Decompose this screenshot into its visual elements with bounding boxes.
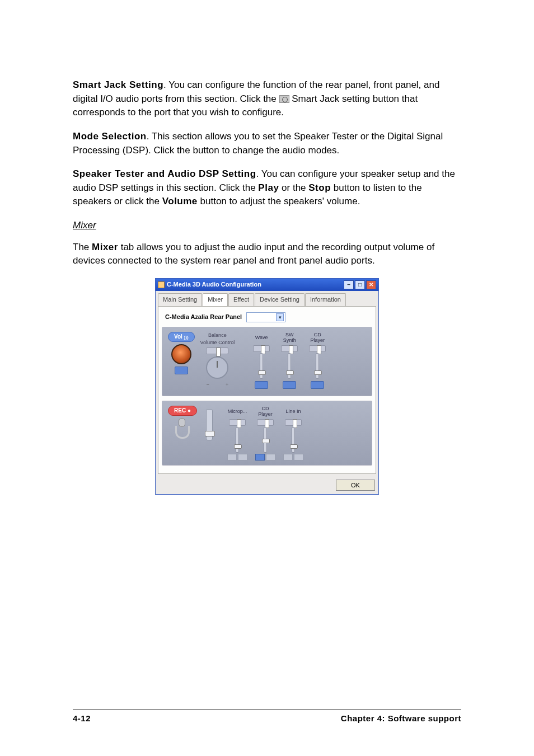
microphone-icon xyxy=(175,418,190,438)
text: tab allows you to adjust the audio input… xyxy=(73,242,434,266)
synth-slider[interactable] xyxy=(288,353,291,379)
micro-mute[interactable] xyxy=(227,454,237,461)
synth-balance[interactable] xyxy=(281,345,298,352)
recording-panel: REC ● Microp... xyxy=(162,401,372,466)
tab-device-setting[interactable]: Device Setting xyxy=(255,293,305,306)
rec-master-slider[interactable] xyxy=(206,409,213,440)
rec-cd-balance[interactable] xyxy=(257,419,274,426)
micro-opt[interactable] xyxy=(238,454,247,461)
balance-slider[interactable] xyxy=(206,348,228,354)
volume-control-col: Balance Volume Control −+ xyxy=(200,332,235,388)
paragraph-speaker-tester: Speaker Tester and Audio DSP Setting. Yo… xyxy=(73,167,461,209)
text: button to adjust the speakers' volume. xyxy=(198,196,360,206)
stop-label: Stop xyxy=(308,182,331,193)
linein-slider[interactable] xyxy=(292,427,295,453)
paragraph-mode-selection: Mode Selection. This section allows you … xyxy=(73,130,461,157)
micro-slider[interactable] xyxy=(236,427,239,453)
smart-jack-icon xyxy=(279,95,289,103)
master-volume-knob[interactable] xyxy=(171,344,191,364)
tab-mixer[interactable]: Mixer xyxy=(203,293,228,306)
chevron-down-icon[interactable]: ▾ xyxy=(276,313,284,321)
volume-control-label: Volume Control xyxy=(200,339,235,346)
tab-effect[interactable]: Effect xyxy=(228,293,254,306)
device-select-label: C-Media Azalia Rear Panel xyxy=(165,313,242,322)
slider-line-in: Line In xyxy=(283,406,303,461)
device-select[interactable]: ▾ xyxy=(246,312,285,322)
text: The xyxy=(73,242,92,252)
play-label: Play xyxy=(258,182,279,193)
mixer-label: Mixer xyxy=(92,242,118,252)
master-mute-button[interactable] xyxy=(175,367,188,374)
ok-button[interactable]: OK xyxy=(336,480,375,491)
wave-balance[interactable] xyxy=(253,345,270,352)
cd-mute[interactable] xyxy=(311,381,324,389)
app-icon xyxy=(158,281,165,288)
recording-sliders: Microp... CD Player xyxy=(227,406,303,461)
synth-mute[interactable] xyxy=(283,381,296,389)
linein-opt[interactable] xyxy=(294,454,303,461)
slider-rec-cd: CD Player xyxy=(255,406,275,461)
text: or the xyxy=(279,182,308,193)
paragraph-mixer-intro: The Mixer tab allows you to adjust the a… xyxy=(73,241,461,268)
rec-cd-opt[interactable] xyxy=(266,454,275,461)
maximize-button[interactable]: □ xyxy=(355,280,365,289)
cd-slider[interactable] xyxy=(316,353,319,379)
slider-wave: Wave xyxy=(251,332,271,391)
app-window: C-Media 3D Audio Configuration – □ ✕ Mai… xyxy=(155,278,379,495)
heading-smart-jack: Smart Jack Setting xyxy=(73,79,163,90)
wave-mute[interactable] xyxy=(255,381,268,389)
linein-balance[interactable] xyxy=(285,419,302,426)
page-number: 4-12 xyxy=(73,712,91,725)
wave-slider[interactable] xyxy=(260,353,263,379)
tab-strip: Main Setting Mixer Effect Device Setting… xyxy=(156,291,378,306)
volume-label: Volume xyxy=(162,196,198,206)
window-title: C-Media 3D Audio Configuration xyxy=(167,280,261,289)
volume-panel: Vol ))) Balance Volume Control −+ Wave xyxy=(162,327,372,396)
slider-sw-synth: SW Synth xyxy=(279,332,299,391)
dialog-footer: OK xyxy=(156,476,378,494)
tab-main-setting[interactable]: Main Setting xyxy=(158,293,202,306)
close-button[interactable]: ✕ xyxy=(366,280,376,289)
micro-balance[interactable] xyxy=(229,419,246,426)
rec-cd-mute[interactable] xyxy=(255,454,265,461)
rec-badge: REC ● xyxy=(168,406,197,416)
titlebar[interactable]: C-Media 3D Audio Configuration – □ ✕ xyxy=(156,279,378,291)
tab-body: C-Media Azalia Rear Panel ▾ Vol ))) Bala… xyxy=(158,306,376,474)
rec-master-col xyxy=(203,406,216,442)
mixer-subheading: Mixer xyxy=(73,219,461,233)
page-footer: 4-12 Chapter 4: Software support xyxy=(73,710,461,725)
volume-dial[interactable] xyxy=(206,356,228,379)
heading-speaker-tester: Speaker Tester and Audio DSP Setting xyxy=(73,168,256,179)
device-select-row: C-Media Azalia Rear Panel ▾ xyxy=(162,310,372,327)
slider-cd-player: CD Player xyxy=(307,332,327,391)
rec-cd-slider[interactable] xyxy=(264,427,267,453)
slider-micro: Microp... xyxy=(227,406,247,461)
minimize-button[interactable]: – xyxy=(344,280,354,289)
vol-badge: Vol ))) xyxy=(168,332,195,342)
paragraph-smart-jack: Smart Jack Setting. You can configure th… xyxy=(73,78,461,120)
linein-mute[interactable] xyxy=(283,454,293,461)
tab-information[interactable]: Information xyxy=(305,293,346,306)
heading-mode-selection: Mode Selection xyxy=(73,131,147,142)
balance-label: Balance xyxy=(200,332,235,339)
playback-sliders: Wave SW Synth CD Player xyxy=(251,332,327,391)
chapter-label: Chapter 4: Software support xyxy=(341,712,461,725)
cd-balance[interactable] xyxy=(309,345,326,352)
